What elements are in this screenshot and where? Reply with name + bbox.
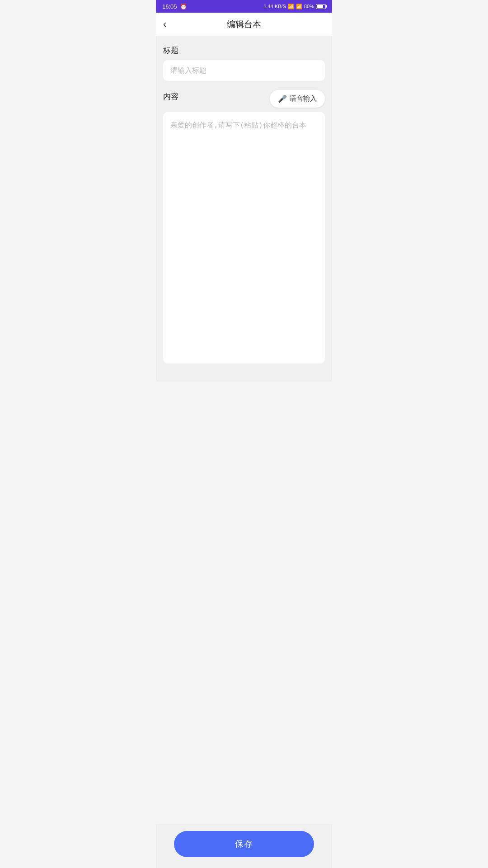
battery-icon (316, 4, 326, 9)
microphone-icon: 🎤 (278, 94, 287, 103)
content-section-header: 内容 🎤 语音输入 (163, 90, 325, 108)
title-input-wrapper (163, 60, 325, 81)
voice-input-button[interactable]: 🎤 语音输入 (270, 90, 325, 108)
content-textarea[interactable] (170, 119, 318, 354)
time-display: 16:05 (162, 3, 177, 10)
title-input[interactable] (170, 66, 318, 75)
wifi-icon: 📶 (288, 4, 294, 9)
main-content: 标题 内容 🎤 语音输入 (156, 36, 332, 382)
page-title: 编辑台本 (227, 19, 261, 30)
battery-percent: 80% (304, 4, 314, 9)
status-bar: 16:05 ⏰ 1.44 KB/S 📶 📶 80% (156, 0, 332, 13)
speed-display: 1.44 KB/S (263, 4, 286, 9)
title-section: 标题 (163, 45, 325, 90)
back-button[interactable]: ‹ (163, 19, 166, 30)
nav-bar: ‹ 编辑台本 (156, 13, 332, 36)
content-label: 内容 (163, 91, 178, 102)
signal-icon: 📶 (296, 4, 302, 9)
content-section: 内容 🎤 语音输入 (163, 90, 325, 363)
alarm-icon: ⏰ (180, 3, 187, 10)
voice-input-label: 语音输入 (290, 94, 317, 103)
content-textarea-wrapper (163, 112, 325, 363)
status-right: 1.44 KB/S 📶 📶 80% (263, 4, 326, 9)
title-label: 标题 (163, 45, 325, 56)
status-left: 16:05 ⏰ (162, 3, 187, 10)
back-icon: ‹ (163, 19, 166, 30)
